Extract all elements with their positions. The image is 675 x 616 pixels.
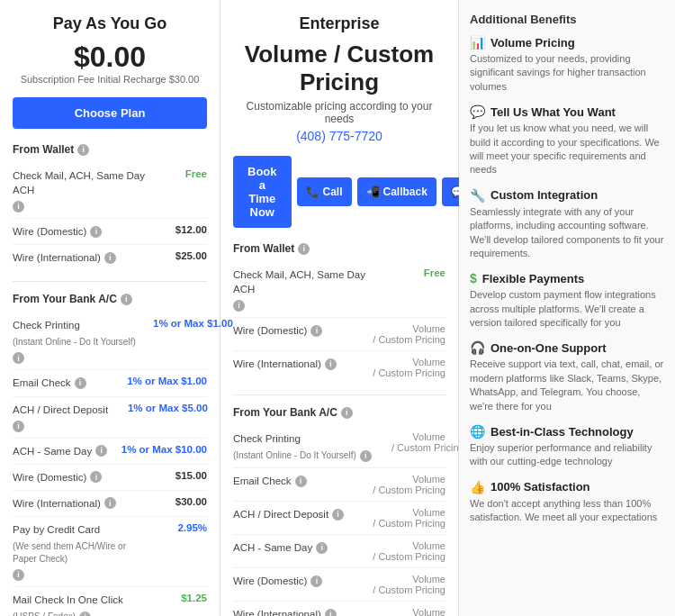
table-row: Wire (International) i Volume/ Custom Pr… (233, 602, 446, 616)
left-from-wallet-header: From Wallet i (13, 143, 207, 156)
benefit-support: 🎧 One-on-One Support Receive support via… (470, 340, 664, 413)
table-row: Check Mail, ACH, Same Day ACH i Free (233, 262, 446, 318)
additional-benefits-column: Additional Benefits 📊 Volume Pricing Cus… (459, 0, 675, 616)
table-row: ACH / Direct Deposit i Volume/ Custom Pr… (233, 502, 446, 535)
table-row: Check Printing (Instant Online - Do It Y… (233, 426, 446, 468)
ach-dd-info-icon[interactable]: i (13, 421, 24, 432)
wire-dom-info-icon[interactable]: i (90, 226, 102, 238)
callback-icon: 📲 (366, 186, 380, 198)
mid-wire-intl2-info[interactable]: i (325, 609, 337, 616)
enterprise-title: Enterprise (233, 14, 446, 33)
table-row: Wire (Domestic) i Volume/ Custom Pricing (233, 568, 446, 602)
mid-check-print-info[interactable]: i (360, 450, 372, 462)
check-print-info-icon[interactable]: i (13, 352, 24, 364)
enterprise-column: Enterprise Volume / Custom Pricing Custo… (220, 0, 459, 616)
mid-bank-info-icon[interactable]: i (341, 407, 353, 419)
from-bank-info-icon[interactable]: i (121, 294, 132, 305)
table-row: ACH - Same Day i 1% or Max $10.00 (13, 439, 207, 465)
volume-pricing-title: Volume / Custom Pricing (233, 41, 446, 96)
table-row: Wire (Domestic) i $12.00 (13, 219, 207, 245)
benefits-title: Additional Benefits (470, 13, 664, 26)
wire-intl-info-icon[interactable]: i (104, 252, 116, 264)
email-check-info-icon[interactable]: i (75, 377, 86, 389)
mail-check-info-icon[interactable]: i (79, 611, 91, 616)
from-wallet-info-icon[interactable]: i (77, 144, 89, 156)
table-row: ACH - Same Day i Volume/ Custom Pricing (233, 535, 446, 568)
table-row: Check Mail, ACH, Same Day ACH i Free (13, 163, 207, 219)
benefit-satisfaction: 👍 100% Satisfaction We don't accept anyt… (470, 480, 664, 525)
benefit-tell-us: 💬 Tell Us What You Want If you let us kn… (470, 104, 664, 177)
mid-ach-dd-info[interactable]: i (332, 509, 344, 521)
book-time-button[interactable]: Book a Time Now (233, 156, 292, 228)
enterprise-phone[interactable]: (408) 775-7720 (233, 129, 446, 143)
left-from-bank-header: From Your Bank A/C i (13, 293, 207, 305)
left-from-bank-section: From Your Bank A/C i Check Printing (Ins… (13, 281, 207, 616)
wire-intl2-info-icon[interactable]: i (104, 497, 116, 509)
ach-same-info-icon[interactable]: i (95, 445, 107, 457)
table-row: Wire (Domestic) i Volume/ Custom Pricing (233, 318, 446, 351)
mid-wire-dom2-info[interactable]: i (310, 575, 322, 587)
benefit-flexible-payments: $ Flexible Payments Develop custom payme… (470, 271, 664, 330)
contact-buttons-row: Book a Time Now 📞 Call 📲 Callback 💬 Chat (233, 156, 446, 228)
globe-icon: 🌐 (470, 424, 485, 439)
call-button[interactable]: 📞 Call (297, 177, 352, 206)
bar-chart-icon: 📊 (470, 35, 485, 50)
speech-bubble-icon: 💬 (470, 104, 485, 119)
table-row: Pay by Credit Card (We send them ACH/Wir… (13, 517, 207, 587)
headset-icon: 🎧 (470, 340, 485, 355)
mid-email-check-info[interactable]: i (295, 476, 307, 487)
table-row: Mail Check In One Click (USPS / Fedex) i… (13, 587, 207, 616)
payg-subtitle: Subscription Fee Initial Recharge $30.00 (13, 74, 207, 85)
mid-wallet-rows: Check Mail, ACH, Same Day ACH i Free Wir… (233, 262, 446, 384)
volume-pricing-sub: Customizable pricing according to your n… (233, 100, 446, 125)
benefit-volume-pricing: 📊 Volume Pricing Customized to your need… (470, 35, 664, 94)
left-wallet-rows: Check Mail, ACH, Same Day ACH i Free Wir… (13, 163, 207, 270)
benefit-custom-integration: 🔧 Custom Integration Seamlessly integrat… (470, 188, 664, 261)
table-row: Wire (International) i $25.00 (13, 245, 207, 270)
mid-wallet-info-icon[interactable]: i (298, 243, 310, 255)
table-row: Wire (Domestic) i $15.00 (13, 465, 207, 491)
mid-from-wallet-header: From Wallet i (233, 242, 446, 255)
table-row: Wire (International) i $30.00 (13, 491, 207, 517)
dollar-icon: $ (470, 271, 477, 285)
mid-from-bank-section: From Your Bank A/C i Check Printing (Ins… (233, 394, 446, 616)
choose-plan-button[interactable]: Choose Plan (13, 97, 207, 129)
benefit-technology: 🌐 Best-in-Class Technology Enjoy superio… (470, 424, 664, 469)
wire-dom2-info-icon[interactable]: i (90, 471, 102, 483)
mid-wire-dom-info[interactable]: i (310, 325, 322, 337)
check-mail-info-icon[interactable]: i (13, 201, 24, 213)
table-row: Email Check i Volume/ Custom Pricing (233, 468, 446, 502)
mid-ach-same-info[interactable]: i (316, 542, 328, 554)
pay-as-you-go-column: Pay As You Go $0.00 Subscription Fee Ini… (0, 0, 220, 616)
table-row: Email Check i 1% or Max $1.00 (13, 370, 207, 396)
cc-info-icon[interactable]: i (13, 569, 24, 581)
phone-icon: 📞 (306, 186, 320, 198)
payg-title: Pay As You Go (13, 14, 207, 33)
payg-price: $0.00 (13, 41, 207, 74)
table-row: ACH / Direct Deposit i 1% or Max $5.00 (13, 397, 207, 439)
table-row: Check Printing (Instant Online - Do It Y… (13, 313, 207, 370)
puzzle-icon: 🔧 (470, 188, 485, 203)
callback-button[interactable]: 📲 Callback (357, 177, 436, 206)
thumbs-up-icon: 👍 (470, 480, 485, 494)
mid-wire-intl-info[interactable]: i (325, 358, 337, 370)
table-row: Wire (International) i Volume/ Custom Pr… (233, 351, 446, 384)
mid-check-mail-info[interactable]: i (233, 300, 245, 312)
mid-from-bank-header: From Your Bank A/C i (233, 406, 446, 419)
